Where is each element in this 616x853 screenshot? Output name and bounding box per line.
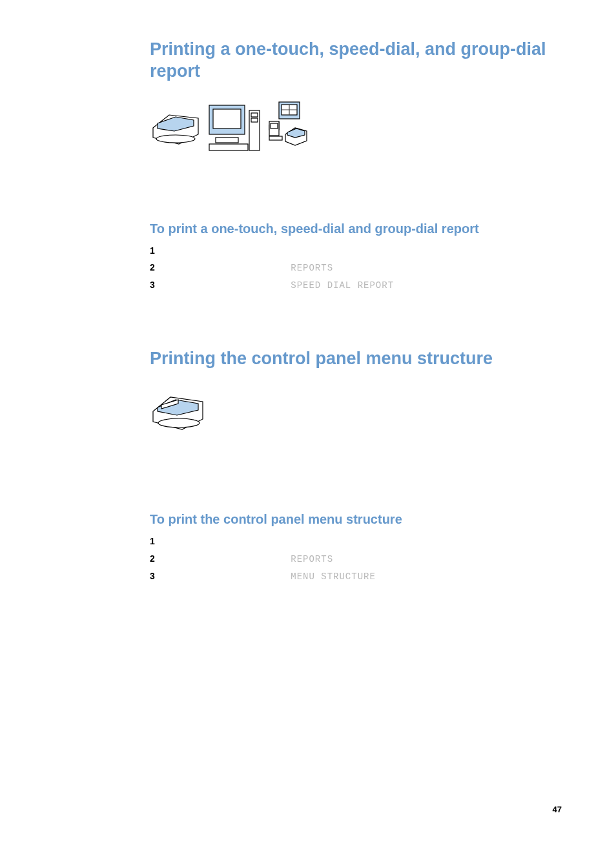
step-text: keys to select <box>231 553 291 564</box>
footer-left: EN Printing the control panel menu struc… <box>54 805 220 814</box>
list-item: 1 On the control panel, press Enter/Menu… <box>150 535 571 548</box>
step-text: Use the <box>167 280 200 290</box>
step-text: keys to select <box>231 280 291 290</box>
step-text: Use the <box>167 571 200 581</box>
step-code: SPEED DIAL REPORT <box>291 280 394 291</box>
svg-rect-12 <box>269 136 282 140</box>
step-code: MENU STRUCTURE <box>291 571 376 582</box>
step-button-label: < and > <box>200 280 231 290</box>
step-number: 2 <box>150 552 167 565</box>
step-text: and press <box>333 262 378 272</box>
section1-title: Printing a one-touch, speed-dial, and gr… <box>150 39 571 83</box>
list-item: 1 Press Enter/Menu. <box>150 244 571 257</box>
list-item: 2 Use the < and > keys to select REPORTS… <box>150 552 571 566</box>
svg-point-0 <box>156 135 195 143</box>
step-text: and press <box>376 571 420 581</box>
illustration-devices <box>150 99 571 157</box>
step-button-label: Enter/Menu <box>278 536 324 546</box>
illustration-printer <box>150 385 571 434</box>
step-number: 1 <box>150 244 167 257</box>
step-text: and press <box>333 553 378 564</box>
page-number: 47 <box>553 805 562 814</box>
step-text: . <box>324 536 327 546</box>
section1-intro: Use this procedure to print a list of th… <box>150 163 571 190</box>
step-text: . <box>425 262 427 272</box>
svg-rect-6 <box>251 113 258 117</box>
list-item: 3 Use the < and > keys to select SPEED D… <box>150 278 571 305</box>
step-code: REPORTS <box>291 263 333 273</box>
svg-rect-11 <box>271 123 278 128</box>
section1-subtitle: To print a one-touch, speed-dial and gro… <box>150 221 571 236</box>
step-button-label: Enter/Menu <box>378 553 424 564</box>
step-text: On the control panel, press <box>167 536 278 546</box>
step-text: . <box>425 553 427 564</box>
step-text: keys to select <box>231 571 291 581</box>
step-text: . <box>239 245 241 256</box>
svg-rect-3 <box>216 138 238 143</box>
step-text: Press <box>167 245 192 256</box>
step-button-label: Enter/Menu <box>378 262 424 272</box>
svg-rect-2 <box>213 109 241 128</box>
step-number: 3 <box>150 570 167 582</box>
step-button-label: Enter/Menu <box>192 245 239 256</box>
step-button-label: Enter/Menu <box>420 571 467 581</box>
step-number: 1 <box>150 535 167 548</box>
step-number: 3 <box>150 278 167 291</box>
step-code: REPORTS <box>291 554 333 564</box>
step-button-label: < and > <box>200 571 231 581</box>
svg-point-13 <box>158 418 200 427</box>
step-text: and press <box>394 280 438 290</box>
list-item: 2 Use the < and > keys to select REPORTS… <box>150 261 571 274</box>
section2-title: Printing the control panel menu structur… <box>150 348 571 370</box>
step-text: Use the <box>167 262 200 272</box>
step-text: Use the <box>167 553 200 564</box>
step-button-label: < and > <box>200 262 231 272</box>
svg-rect-4 <box>209 144 248 150</box>
step-text: keys to select <box>231 262 291 272</box>
step-button-label: Enter/Menu <box>438 280 485 290</box>
step-button-label: < and > <box>200 553 231 564</box>
step-number: 2 <box>150 261 167 274</box>
section2-intro: If you want to see the current settings … <box>150 440 571 481</box>
page-footer: EN Printing the control panel menu struc… <box>0 805 616 814</box>
svg-rect-7 <box>251 118 258 122</box>
list-item: 3 Use the < and > keys to select MENU ST… <box>150 570 571 597</box>
section2-subtitle: To print the control panel menu structur… <box>150 512 571 527</box>
